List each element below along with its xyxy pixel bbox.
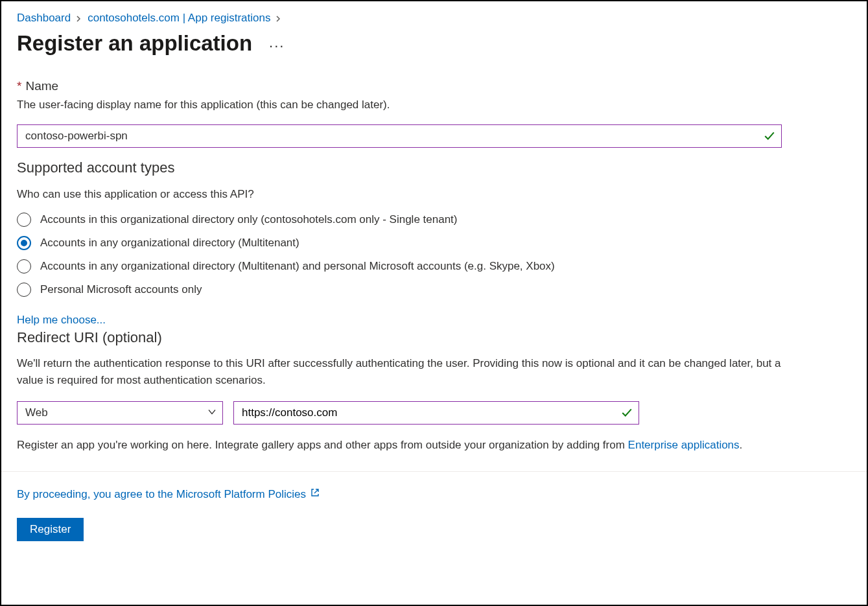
redirect-uri-description: We'll return the authentication response… xyxy=(17,355,795,388)
radio-label: Personal Microsoft accounts only xyxy=(40,283,202,296)
name-input[interactable] xyxy=(17,124,782,148)
radio-label: Accounts in any organizational directory… xyxy=(40,260,555,273)
help-me-choose-link[interactable]: Help me choose... xyxy=(17,314,106,326)
supported-account-types-heading: Supported account types xyxy=(17,159,851,176)
chevron-right-icon xyxy=(76,14,82,24)
radio-icon xyxy=(17,259,31,274)
account-type-option-multitenant[interactable]: Accounts in any organizational directory… xyxy=(17,236,851,250)
divider xyxy=(1,471,867,472)
radio-icon xyxy=(17,213,31,227)
redirect-uri-heading: Redirect URI (optional) xyxy=(17,329,851,346)
redirect-uri-input[interactable] xyxy=(233,401,639,425)
breadcrumb-dashboard[interactable]: Dashboard xyxy=(17,12,71,25)
radio-label: Accounts in any organizational directory… xyxy=(40,237,299,250)
account-type-option-single-tenant[interactable]: Accounts in this organizational director… xyxy=(17,213,851,227)
account-type-option-multitenant-personal[interactable]: Accounts in any organizational directory… xyxy=(17,259,851,274)
more-actions-button[interactable]: ··· xyxy=(265,36,288,56)
redirect-platform-select[interactable]: Web xyxy=(17,401,223,425)
platform-policies-link[interactable]: By proceeding, you agree to the Microsof… xyxy=(17,488,306,501)
radio-icon xyxy=(17,283,31,297)
account-type-radio-group: Accounts in this organizational director… xyxy=(17,213,851,297)
supported-account-types-subheading: Who can use this application or access t… xyxy=(17,188,851,201)
breadcrumb-app-registrations[interactable]: contosohotels.com | App registrations xyxy=(88,12,270,25)
account-type-option-personal-only[interactable]: Personal Microsoft accounts only xyxy=(17,283,851,297)
register-button[interactable]: Register xyxy=(17,518,84,541)
chevron-right-icon xyxy=(276,14,282,24)
breadcrumb: Dashboard contosohotels.com | App regist… xyxy=(17,12,851,25)
radio-icon xyxy=(17,236,31,250)
redirect-platform-value: Web xyxy=(25,406,48,419)
name-field-description: The user-facing display name for this ap… xyxy=(17,99,851,111)
page-title: Register an application xyxy=(17,31,252,56)
name-field-label: *Name xyxy=(17,79,851,93)
radio-label: Accounts in this organizational director… xyxy=(40,213,458,226)
external-link-icon xyxy=(310,487,320,501)
enterprise-applications-link[interactable]: Enterprise applications xyxy=(628,439,740,451)
footer-note: Register an app you're working on here. … xyxy=(17,439,851,452)
required-star-icon: * xyxy=(17,79,21,93)
